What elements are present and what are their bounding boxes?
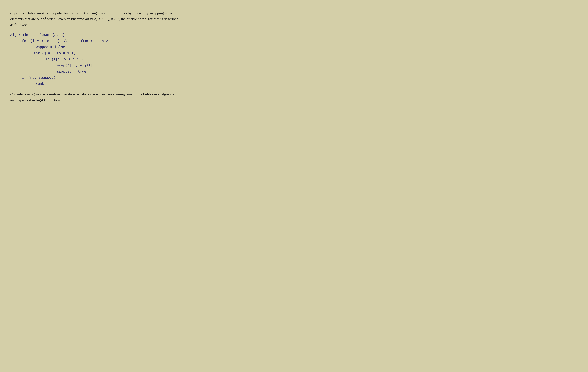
algo-line-2: swapped = false xyxy=(33,44,179,50)
algo-line-5: swap(A[j], A[j+1]) xyxy=(57,62,179,69)
algo-line-6: swapped = true xyxy=(57,69,179,75)
algorithm-header: Algorithm bubbleSort(A, n): xyxy=(10,32,179,38)
intro-paragraph: (5 points) Bubble-sort is a popular but … xyxy=(10,10,179,28)
algo-line-3: for (j = 0 to n-1-i) xyxy=(33,50,179,56)
footer-paragraph: Consider swap() as the primitive operati… xyxy=(10,91,179,103)
algo-line-4: if (A[j] > A[j+1]) xyxy=(45,56,179,62)
page-container: (5 points) Bubble-sort is a popular but … xyxy=(7,6,182,107)
algorithm-block: Algorithm bubbleSort(A, n): for (i = 0 t… xyxy=(10,32,179,87)
array-notation: A[0..n−1], n ≥ 2, xyxy=(94,17,120,21)
algo-line-1: for (i = 0 to n-2) // loop from 0 to n-2 xyxy=(22,38,179,44)
algo-line-8: break xyxy=(33,81,179,87)
algo-line-7: if (not swapped) xyxy=(22,75,179,81)
points-label: (5 points) xyxy=(10,11,26,15)
